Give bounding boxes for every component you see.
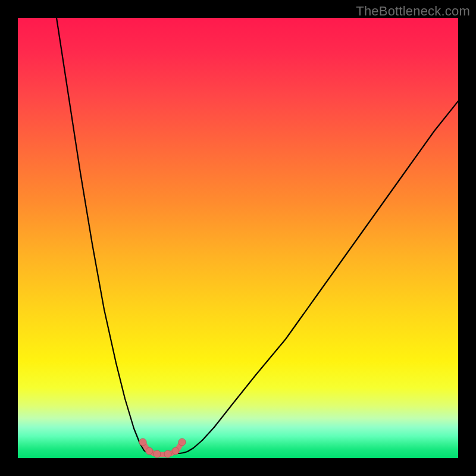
series-right-arm <box>177 101 458 453</box>
marker-dot-left-mid <box>146 447 153 455</box>
chart-frame: TheBottleneck.com <box>0 0 476 476</box>
chart-svg <box>18 18 458 458</box>
series-left-arm <box>57 18 150 453</box>
marker-dot-center-1 <box>154 450 161 458</box>
marker-dot-right-mid <box>172 447 179 455</box>
plot-area <box>18 18 458 458</box>
watermark-text: TheBottleneck.com <box>356 4 470 19</box>
marker-dot-right-upper <box>178 439 186 446</box>
marker-dot-left-upper <box>139 439 146 446</box>
marker-dot-center-2 <box>164 450 171 458</box>
